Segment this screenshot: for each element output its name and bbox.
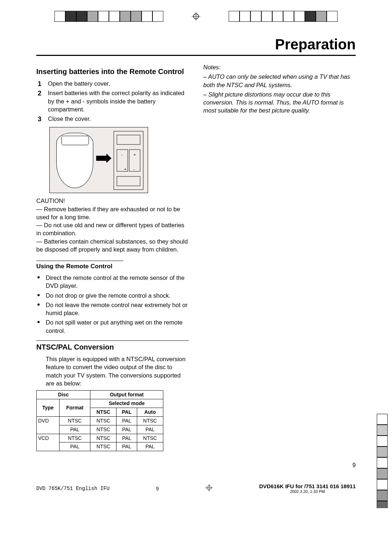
svg-text:-: - <box>121 152 123 157</box>
heading-using-remote: Using the Remote Control <box>36 261 123 271</box>
ntsc-intro: This player is equipped with a NTSC/PAL … <box>36 355 189 387</box>
note-item: – AUTO can only be selected when using a… <box>203 73 356 89</box>
battery-diagram: -+ +- <box>49 127 148 193</box>
note-item: – Slight picture distortions may occur d… <box>203 90 356 115</box>
th-disc: Disc <box>37 391 90 399</box>
td: NTSC <box>137 416 163 425</box>
page-title: Preparation <box>36 36 356 56</box>
td: PAL <box>117 416 137 425</box>
td-type: DVD <box>37 416 60 434</box>
th-format: Format <box>59 399 90 416</box>
td: NTSC <box>59 416 90 425</box>
td: PAL <box>137 425 163 434</box>
caution-item: — Remove batteries if they are exhausted… <box>36 205 189 221</box>
page-number: 9 <box>36 462 356 469</box>
list-item: Open the battery cover. <box>36 79 189 87</box>
th-auto: Auto <box>137 408 163 416</box>
td: PAL <box>117 434 137 442</box>
list-item: Do not drop or give the remote control a… <box>36 291 189 299</box>
footer-doc: DVD 765K/751 English IFU <box>36 486 110 491</box>
list-item: Do not spill water or put anything wet o… <box>36 318 189 335</box>
left-column: Inserting batteries into the Remote Cont… <box>36 63 189 451</box>
crop-block-left <box>54 11 163 22</box>
list-item: Close the cover. <box>36 115 189 123</box>
svg-rect-3 <box>117 135 140 144</box>
battery-compartment-icon: -+ +- <box>114 131 143 190</box>
th-type: Type <box>37 399 60 416</box>
td: PAL <box>137 442 163 451</box>
th-pal: PAL <box>117 408 137 416</box>
footer-code: DVD616K IFU for /751 3141 016 18911 <box>259 483 356 489</box>
td: PAL <box>59 442 90 451</box>
heading-inserting-batteries: Inserting batteries into the Remote Cont… <box>36 67 189 77</box>
list-item: Direct the remote control at the remote … <box>36 274 189 290</box>
td: PAL <box>117 425 137 434</box>
notes-block: Notes: – AUTO can only be selected when … <box>203 63 356 115</box>
usage-bullets: Direct the remote control at the remote … <box>36 274 189 335</box>
svg-rect-10 <box>117 176 140 186</box>
registration-mark-bottom <box>205 484 213 493</box>
notes-label: Notes: <box>203 63 356 71</box>
crop-block-right <box>229 11 338 22</box>
footer-pagenum: 9 <box>156 486 159 491</box>
th-selected: Selected mode <box>90 399 163 408</box>
remote-back-icon <box>56 133 93 188</box>
footer: DVD 765K/751 English IFU 9 DVD616K IFU f… <box>36 483 356 494</box>
td: NTSC <box>90 416 117 425</box>
svg-text:+: + <box>124 167 126 171</box>
td-type: VCD <box>37 434 60 451</box>
registration-mark-top <box>192 12 200 21</box>
td: NTSC <box>90 425 117 434</box>
list-item: Do not leave the remote control near ext… <box>36 301 189 317</box>
right-column: Notes: – AUTO can only be selected when … <box>203 63 356 451</box>
list-item: Insert batteries with the correct polari… <box>36 89 189 113</box>
td: PAL <box>117 442 137 451</box>
heading-ntsc-pal: NTSC/PAL Conversion <box>36 340 189 352</box>
footer-timestamp: 2002.3.20, 1:33 PM <box>259 489 356 494</box>
td: NTSC <box>59 434 90 442</box>
conversion-table: Disc Output format Type Format Selected … <box>36 390 163 451</box>
caution-item: — Batteries contain chemical substances,… <box>36 237 189 254</box>
caution-block: CAUTION! — Remove batteries if they are … <box>36 197 189 253</box>
th-output: Output format <box>90 391 163 399</box>
th-ntsc: NTSC <box>90 408 117 416</box>
td: NTSC <box>90 442 117 451</box>
td: NTSC <box>137 434 163 442</box>
arrow-icon <box>96 156 107 161</box>
svg-text:-: - <box>134 167 135 171</box>
td: PAL <box>59 425 90 434</box>
battery-steps: Open the battery cover. Insert batteries… <box>36 79 189 123</box>
crop-marks-top <box>36 11 356 22</box>
side-crop-squares <box>377 414 388 508</box>
caution-item: — Do not use old and new or different ty… <box>36 221 189 237</box>
svg-text:+: + <box>134 152 136 157</box>
td: NTSC <box>90 434 117 442</box>
caution-title: CAUTION! <box>36 197 189 205</box>
